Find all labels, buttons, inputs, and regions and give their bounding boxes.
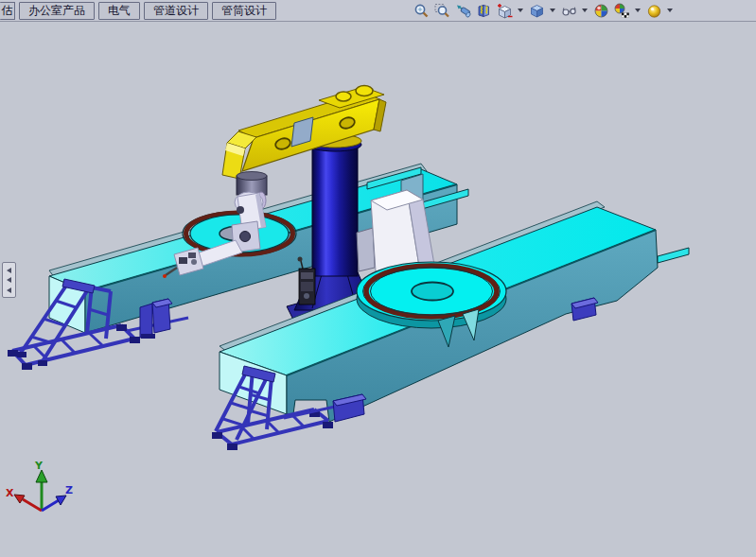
x-axis-label: X	[6, 487, 14, 499]
tab-tubing-design[interactable]: 管筒设计	[212, 2, 276, 20]
edit-appearance-icon[interactable]	[592, 2, 609, 19]
rotary-platform-right[interactable]	[357, 262, 506, 328]
reference-triad: X Y Z	[6, 460, 73, 511]
robot-joint	[237, 206, 244, 214]
robot-transom[interactable]	[222, 86, 386, 180]
wedge-back-block	[357, 228, 375, 271]
z-axis-label: Z	[65, 484, 73, 496]
section-view-icon[interactable]	[475, 2, 492, 19]
beam-support-bracket	[140, 304, 152, 338]
robot-elbow-joint	[240, 232, 251, 242]
zoom-to-fit-icon[interactable]	[413, 2, 430, 19]
tab-office-products[interactable]: 办公室产品	[19, 2, 95, 20]
feature-tree-collapse-toggle[interactable]	[2, 262, 16, 298]
solidworks-window: { "app": { "background": "#c3c7d1", "too…	[0, 0, 756, 557]
disc-center-hole	[412, 283, 453, 301]
collapse-arrow-icon	[7, 268, 11, 273]
graphics-viewport[interactable]: X Y Z	[0, 0, 756, 557]
view-settings-icon[interactable]	[645, 2, 662, 19]
previous-view-icon[interactable]	[454, 2, 471, 19]
tab-piping-design[interactable]: 管道设计	[144, 2, 208, 20]
hide-show-items-icon[interactable]	[560, 2, 577, 19]
dropdown-caret[interactable]	[550, 9, 555, 12]
x-axis-arrow	[14, 495, 25, 503]
tab-electrical[interactable]: 电气	[98, 2, 140, 20]
dropdown-caret[interactable]	[518, 9, 523, 12]
command-toolbar: 估 办公室产品 电气 管道设计 管筒设计	[0, 0, 756, 22]
y-axis-label: Y	[34, 460, 44, 472]
column-cylinder	[312, 144, 358, 276]
dropdown-caret[interactable]	[667, 9, 673, 12]
dropdown-caret[interactable]	[635, 9, 641, 12]
collapse-arrow-icon	[7, 287, 11, 293]
zoom-to-area-icon[interactable]	[433, 2, 450, 19]
display-style-icon[interactable]	[528, 2, 545, 19]
collapse-arrow-icon	[7, 277, 11, 283]
command-tabs: 估 办公室产品 电气 管道设计 管筒设计	[0, 1, 276, 20]
torch-tip	[163, 274, 167, 278]
apply-scene-icon[interactable]	[613, 2, 630, 19]
view-orientation-icon[interactable]	[496, 2, 513, 19]
dropdown-caret[interactable]	[582, 9, 588, 12]
tab-evaluate-partial[interactable]: 估	[0, 2, 15, 20]
beam-flange-strip	[658, 248, 689, 263]
heads-up-view-toolbar	[413, 1, 674, 20]
